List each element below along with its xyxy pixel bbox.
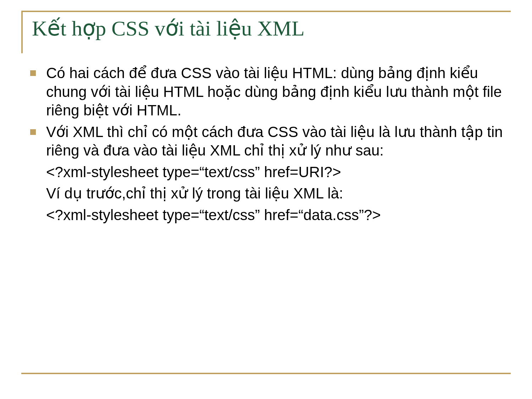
sub-line: <?xml-stylesheet type=“text/css” href=“d…	[27, 206, 507, 225]
footer-rule	[21, 373, 511, 374]
sub-line: Ví dụ trước,chỉ thị xử lý trong tài liệu…	[27, 184, 507, 203]
bullet-item: Có hai cách để đưa CSS vào tài liệu HTML…	[27, 64, 507, 120]
square-bullet-icon	[30, 129, 36, 135]
bullet-text: Có hai cách để đưa CSS vào tài liệu HTML…	[46, 65, 502, 119]
title-rule-top	[21, 11, 511, 12]
bullet-item: Với XML thì chỉ có một cách đưa CSS vào …	[27, 123, 507, 160]
slide-body: Có hai cách để đưa CSS vào tài liệu HTML…	[27, 64, 507, 227]
slide: Kết hợp CSS với tài liệu XML Có hai cách…	[0, 0, 532, 399]
square-bullet-icon	[30, 70, 36, 76]
sub-line: <?xml-stylesheet type=“text/css” href=UR…	[27, 163, 507, 182]
slide-title: Kết hợp CSS với tài liệu XML	[32, 16, 305, 41]
title-rule-left	[21, 11, 23, 53]
bullet-text: Với XML thì chỉ có một cách đưa CSS vào …	[46, 124, 503, 159]
